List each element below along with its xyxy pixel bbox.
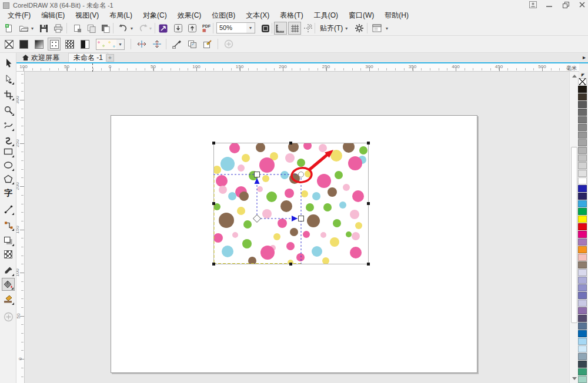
color-swatch[interactable] xyxy=(578,231,587,238)
no-fill-button[interactable] xyxy=(2,38,15,51)
minimize-button[interactable] xyxy=(544,1,554,9)
menu-item[interactable]: 帮助(H) xyxy=(379,11,414,20)
selected-pattern-image[interactable] xyxy=(213,143,369,264)
menu-item[interactable]: 效果(C) xyxy=(172,11,207,20)
mirror-horizontal-button[interactable] xyxy=(135,38,148,51)
palette-flyout-icon[interactable]: ◤ xyxy=(578,72,588,78)
color-swatch[interactable] xyxy=(578,147,587,154)
cut-button[interactable] xyxy=(71,22,83,35)
color-swatch[interactable] xyxy=(578,330,587,337)
selection-handle-ne[interactable] xyxy=(367,142,370,145)
pick-tool[interactable] xyxy=(2,57,15,70)
panel-options-caret[interactable]: ▾ xyxy=(383,22,390,35)
color-swatch[interactable] xyxy=(578,284,587,291)
import-button[interactable] xyxy=(172,22,185,35)
shape-tool[interactable] xyxy=(2,72,15,85)
color-swatch[interactable] xyxy=(578,368,587,375)
zoom-level-combo[interactable]: 50% xyxy=(216,22,247,33)
account-icon[interactable] xyxy=(528,1,537,9)
bitmap-pattern-fill-button[interactable] xyxy=(63,38,76,51)
add-preset-button[interactable] xyxy=(222,38,235,51)
scroll-up-icon[interactable] xyxy=(570,72,578,80)
dimension-tool[interactable] xyxy=(2,203,15,216)
connector-tool[interactable] xyxy=(2,219,15,231)
color-swatch[interactable] xyxy=(578,93,587,100)
copy-fill-button[interactable] xyxy=(186,38,199,51)
color-swatch[interactable] xyxy=(578,238,587,246)
color-swatch[interactable] xyxy=(578,86,587,93)
menu-item[interactable]: 视图(V) xyxy=(70,11,104,20)
color-swatch[interactable] xyxy=(578,193,587,200)
color-swatch[interactable] xyxy=(578,246,587,253)
panel-options-button[interactable] xyxy=(370,22,383,35)
print-button[interactable] xyxy=(52,22,65,35)
color-swatch[interactable] xyxy=(578,154,587,162)
scroll-down-icon[interactable] xyxy=(570,375,578,382)
interactive-fill-tool[interactable] xyxy=(2,278,15,291)
color-swatch[interactable] xyxy=(578,116,587,123)
color-swatch[interactable] xyxy=(578,277,587,284)
color-swatch[interactable] xyxy=(578,200,587,207)
embed-fill-button[interactable] xyxy=(201,38,214,51)
zoom-tool[interactable] xyxy=(2,103,15,116)
app-launcher-button[interactable] xyxy=(156,22,169,35)
vector-pattern-fill-button[interactable] xyxy=(48,38,61,51)
edit-fill-button[interactable] xyxy=(171,38,183,51)
crop-tool[interactable] xyxy=(2,88,15,101)
uniform-fill-button[interactable] xyxy=(17,38,30,51)
redo-caret[interactable]: ▾ xyxy=(147,22,154,35)
color-swatch[interactable] xyxy=(578,269,587,276)
color-swatch[interactable] xyxy=(578,132,587,139)
polygon-tool[interactable] xyxy=(2,172,15,185)
fill-picker-caret[interactable]: ▾ xyxy=(116,39,125,50)
tab-scroll-right-icon[interactable]: ▸ xyxy=(583,54,586,61)
color-swatch[interactable] xyxy=(578,109,587,116)
ellipse-tool[interactable] xyxy=(2,159,15,172)
color-swatch[interactable] xyxy=(578,139,587,146)
menu-item[interactable]: 位图(B) xyxy=(206,11,240,20)
rectangle-tool[interactable] xyxy=(2,145,15,158)
restore-button[interactable] xyxy=(561,1,570,9)
publish-pdf-button[interactable]: PDF▦ xyxy=(200,22,213,35)
selection-handle-nw[interactable] xyxy=(212,142,215,145)
freehand-tool[interactable] xyxy=(2,119,15,132)
selection-handle-se[interactable] xyxy=(367,263,370,266)
color-swatch[interactable] xyxy=(578,216,587,223)
color-swatch[interactable] xyxy=(578,124,587,131)
add-tool-button[interactable] xyxy=(2,310,15,323)
menu-item[interactable]: 文本(X) xyxy=(240,11,275,20)
fill-handle-rotation-circle[interactable] xyxy=(299,172,304,177)
show-rulers-toggle[interactable] xyxy=(274,22,287,35)
fill-handle-top-square[interactable] xyxy=(255,172,260,177)
color-swatch[interactable] xyxy=(578,322,587,330)
two-color-pattern-fill-button[interactable] xyxy=(78,38,91,51)
save-button[interactable] xyxy=(37,22,50,35)
close-button[interactable] xyxy=(577,1,587,9)
scrollbar-thumb[interactable] xyxy=(571,147,577,323)
color-eyedropper-tool[interactable] xyxy=(2,264,15,277)
color-swatch[interactable] xyxy=(578,353,587,360)
open-document-caret[interactable]: ▾ xyxy=(29,22,36,35)
fountain-fill-button[interactable] xyxy=(32,38,45,51)
color-swatch[interactable] xyxy=(578,345,587,352)
copy-button[interactable] xyxy=(85,22,98,35)
menu-item[interactable]: 表格(T) xyxy=(275,11,308,20)
color-swatch[interactable] xyxy=(578,307,587,314)
color-swatch[interactable] xyxy=(578,300,587,307)
color-swatch[interactable] xyxy=(578,162,587,169)
color-swatch[interactable] xyxy=(578,315,587,322)
full-screen-preview-button[interactable] xyxy=(259,22,272,35)
undo-button[interactable] xyxy=(116,22,129,35)
selection-handle-w[interactable] xyxy=(212,202,215,205)
selection-handle-n[interactable] xyxy=(289,142,292,145)
menu-item[interactable]: 编辑(E) xyxy=(36,11,70,20)
menu-item[interactable]: 文件(F) xyxy=(2,11,36,20)
color-swatch[interactable] xyxy=(578,101,587,108)
paste-button[interactable] xyxy=(99,22,112,35)
open-document-button[interactable] xyxy=(17,22,30,35)
fill-handle-center-diamond[interactable] xyxy=(253,215,261,223)
show-guidelines-toggle[interactable] xyxy=(302,22,315,35)
drawing-canvas[interactable] xyxy=(25,72,569,383)
new-document-button[interactable] xyxy=(3,22,16,35)
options-gear-icon[interactable] xyxy=(353,22,366,35)
